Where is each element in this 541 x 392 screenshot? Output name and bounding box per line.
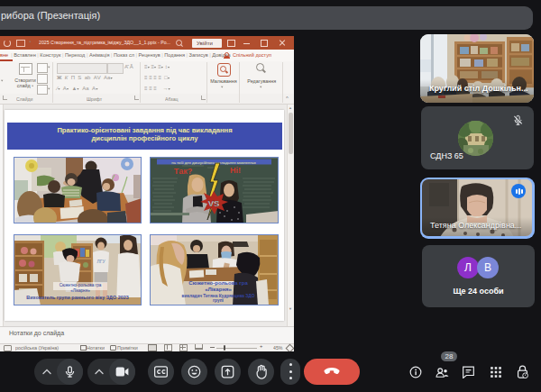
svg-text:Вихователь групи раннього віку: Вихователь групи раннього віку ЗДО 2023 xyxy=(26,295,128,300)
svg-text:на тобі для дискусійного викла: на тобі для дискусійного викладання мовл… xyxy=(171,160,256,165)
svg-text:Сюжетно-рольова гра: Сюжетно-рольова гра xyxy=(188,280,248,286)
svg-text:Ні!: Ні! xyxy=(230,166,241,175)
svg-text:Так?: Так? xyxy=(174,167,192,176)
svg-text:«Лікарня»: «Лікарня» xyxy=(205,287,232,292)
svg-text:«Лікарня»: «Лікарня» xyxy=(70,288,90,293)
svg-text:ЛГУ: ЛГУ xyxy=(96,259,105,264)
svg-text:Сюжетно-рольова гра: Сюжетно-рольова гра xyxy=(60,283,102,287)
svg-text:VS: VS xyxy=(208,198,220,208)
svg-text:групі: групі xyxy=(213,298,224,303)
